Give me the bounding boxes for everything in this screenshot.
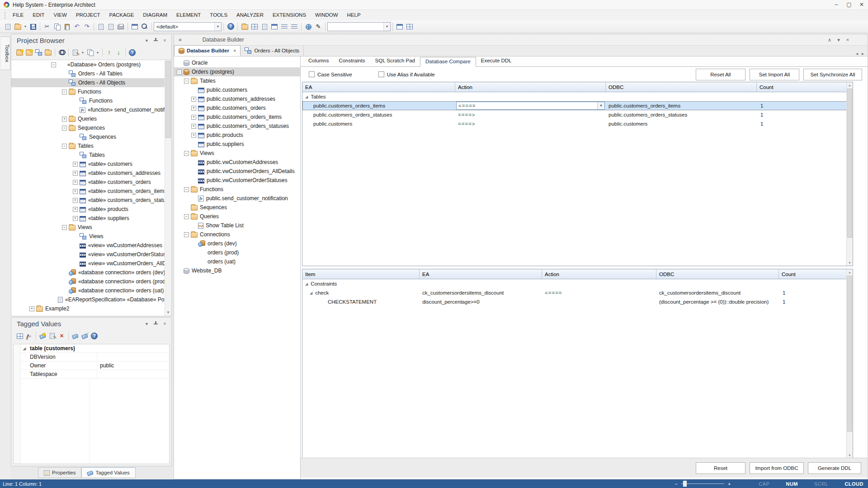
cut-button[interactable]: ✂ [42,22,52,32]
scrollbar-down-icon[interactable]: ▼ [165,309,171,316]
analyzer-button[interactable] [269,22,279,32]
close-icon[interactable]: × [161,320,169,328]
group-row-constraints[interactable]: ◢ Constraints [302,279,853,288]
collapse-icon[interactable]: − [177,70,182,75]
new-diagram-button[interactable] [34,48,43,57]
scrollbar-thumb[interactable] [847,276,852,432]
chevron-down-icon[interactable]: ▾ [597,102,604,109]
tree-item[interactable]: public.vwCustomerOrderStatuses [174,176,300,185]
new-document-button[interactable] [3,22,13,32]
reset-all-button[interactable]: Reset All [696,69,745,80]
expand-icon[interactable]: + [191,133,196,138]
close-icon[interactable]: ✕ [855,0,868,9]
redo-button[interactable]: ↷ [82,22,92,32]
tree-item[interactable]: −Tables [11,141,171,150]
tree-item[interactable]: Show Table List [174,221,300,230]
tree-item[interactable]: Tables [11,150,171,160]
detail-row[interactable]: ◢checkck_customersordersitems_discount<=… [302,288,853,297]
set-import-all-button[interactable]: Set Import All [750,69,799,80]
collapse-icon[interactable]: − [62,144,67,149]
menu-analyzer[interactable]: ANALYZER [232,10,268,20]
expand-icon[interactable]: + [73,216,78,221]
tree-item[interactable]: Functions [11,96,171,105]
menu-diagram[interactable]: DIAGRAM [138,10,172,20]
tab-sql-scratch-pad[interactable]: SQL Scratch Pad [370,56,420,66]
delete-tag-button[interactable] [57,331,66,341]
scrollbar[interactable]: ▲ ▼ [846,82,853,266]
menu-view[interactable]: VIEW [49,10,71,20]
tree-item[interactable]: Orders - All Tables [11,69,171,78]
collapse-triangle-icon[interactable]: ◢ [305,282,308,286]
dropdown-caret[interactable]: ▾ [23,22,28,32]
scrollbar-up-icon[interactable]: ▲ [847,82,853,88]
tree-item[interactable]: public.suppliers [174,140,300,149]
menu-window[interactable]: WINDOW [311,10,342,20]
document-button[interactable] [259,22,269,32]
matrix-button[interactable] [250,22,259,32]
edit-tag-button[interactable] [47,331,57,341]
checkbox-use-alias-if-available[interactable]: Use Alias if Available [378,71,435,77]
tree-item[interactable]: −Sequences [11,123,171,132]
tree-item[interactable]: orders (dev) [174,239,300,248]
column-header-action[interactable]: Action [455,82,606,92]
zoom-in-icon[interactable]: + [728,481,731,487]
tab-database-compare[interactable]: Database Compare [420,57,476,67]
tree-item[interactable]: «view» vwCustomerAddresses [11,241,171,250]
tree-item[interactable]: public.vwCustomerAddresses [174,158,300,167]
tree-item[interactable]: +public.customers_addresses [174,94,300,103]
az-sort-button[interactable] [24,331,34,341]
checkbox-box[interactable] [309,71,315,77]
tree-item[interactable]: «view» vwCustomerOrders_AllDetails [11,259,171,268]
dropdown-caret-icon[interactable]: ▾ [82,51,84,55]
compare-row[interactable]: public.customers_orders_statuses====>pub… [302,110,853,119]
dropdown-caret-icon[interactable]: ▾ [24,24,26,28]
expand-icon[interactable]: + [73,189,78,194]
chevron-down-icon[interactable]: ▾ [383,23,390,31]
arrow-up-button[interactable]: ↑ [104,48,114,57]
close-icon[interactable]: × [161,37,169,44]
collapse-icon[interactable]: − [51,62,56,67]
collapse-icon[interactable]: − [62,89,67,94]
tree-item[interactable]: «view» vwCustomerOrderStatuses [11,250,171,259]
expand-icon[interactable]: + [73,207,78,212]
column-header-ea[interactable]: EA [420,269,542,279]
cell-action[interactable]: ====> [455,110,606,119]
package-button[interactable] [240,22,250,32]
doc-tab-orders---all-objects[interactable]: Orders - All Objects [241,45,304,56]
search-combobox[interactable]: ▾ [327,22,391,31]
tag-button[interactable] [71,331,80,341]
collapse-triangle-icon[interactable]: ◢ [23,347,26,351]
tree-item[interactable]: «database connection» orders (uat) [11,286,171,295]
expand-icon[interactable]: + [73,180,78,185]
menu-project[interactable]: PROJECT [71,10,105,20]
tree-item[interactable]: +public.customers_orders_statuses [174,122,300,131]
minimize-icon[interactable]: – [830,0,843,9]
tag-checklist-button[interactable] [80,331,90,341]
detail-row[interactable]: CHECKSTATEMENTdiscount_percentage>=0(dis… [302,297,853,306]
chevron-down-icon[interactable]: ▾ [143,320,151,328]
chevron-down-icon[interactable]: ▾ [143,37,151,44]
tree-item[interactable]: +Queries [11,114,171,123]
pencil-button[interactable]: ✎ [313,22,323,32]
tree-item[interactable]: −«Database» Orders (postgres) [11,60,171,69]
menu-tools[interactable]: TOOLS [205,10,232,20]
tree-item[interactable]: −Functions [174,185,300,194]
menu-help[interactable]: HELP [343,10,365,20]
style-combobox[interactable]: <default>▾ [154,22,222,31]
expand-icon[interactable]: + [191,97,196,102]
checkbox-case-sensitive[interactable]: Case Sensitive [309,71,352,77]
tree-item[interactable]: +public.customers_orders_items [174,113,300,122]
copy-button[interactable] [52,22,62,32]
scroll-right-icon[interactable]: ▸ [862,51,864,56]
column-header-action[interactable]: Action [542,269,656,279]
tree-item[interactable]: «function» send_customer_notification [11,105,171,114]
column-header-ea[interactable]: EA [302,82,455,92]
undo-button[interactable]: ↶ [72,22,82,32]
grid-view-button[interactable] [15,331,24,341]
open-project-button[interactable] [13,22,23,32]
set-synchronize-all-button[interactable]: Set Synchronize All [803,69,862,80]
tree-item[interactable]: «EAReportSpecification» «Database» Postg… [11,295,171,304]
edit-button[interactable] [71,48,80,57]
save-button[interactable] [28,22,38,32]
tree-item[interactable]: Website_DB [174,266,300,275]
